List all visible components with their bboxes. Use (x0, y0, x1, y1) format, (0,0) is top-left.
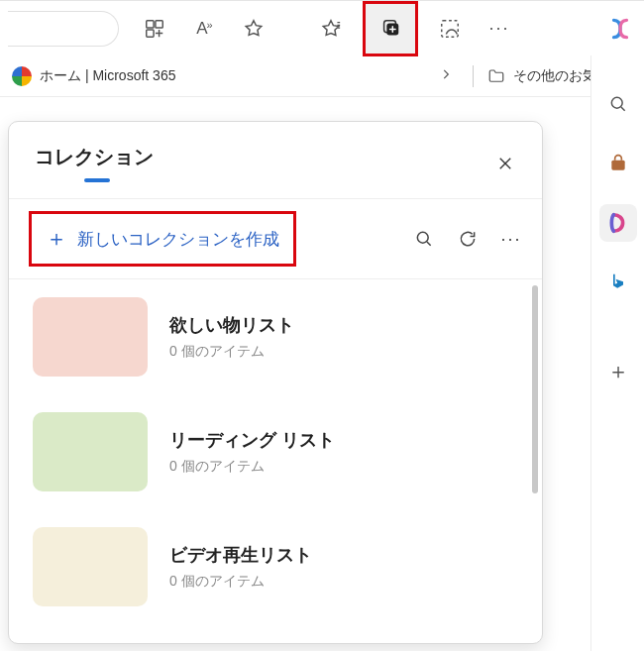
collections-panel: コレクション ＋ 新しいコレクションを作成 ··· 欲しい物リスト 0 個のアイ… (8, 121, 543, 644)
divider (473, 65, 474, 87)
svg-rect-1 (156, 20, 162, 27)
extensions-icon[interactable] (137, 11, 172, 47)
collection-count: 0 個のアイテム (169, 343, 294, 361)
collection-thumbnail (33, 297, 148, 377)
collection-item[interactable]: 欲しい物リスト 0 個のアイテム (9, 279, 542, 394)
sidebar-bing-icon[interactable] (599, 264, 637, 301)
favorites-list-icon[interactable] (313, 11, 349, 47)
refresh-icon[interactable] (457, 228, 479, 250)
search-icon[interactable] (413, 228, 435, 250)
sidebar-shopping-icon[interactable] (599, 145, 637, 182)
bookmark-home-m365[interactable]: ホーム | Microsoft 365 (6, 62, 181, 90)
collections-icon[interactable] (373, 11, 408, 47)
browser-toolbar: A» ··· (0, 0, 644, 55)
copilot-icon[interactable] (602, 11, 638, 47)
svg-point-6 (611, 97, 622, 108)
bookmark-home-label: ホーム | Microsoft 365 (40, 67, 175, 85)
sidebar-m365-icon[interactable] (599, 204, 637, 242)
bookmarks-bar: ホーム | Microsoft 365 その他のお気に入り (0, 55, 644, 97)
collection-name: リーディング リスト (169, 428, 335, 452)
folder-icon (487, 67, 505, 85)
scrollbar-thumb[interactable] (532, 285, 538, 493)
svg-rect-2 (147, 29, 154, 36)
collection-name: 欲しい物リスト (169, 313, 294, 337)
panel-title: コレクション (35, 144, 154, 182)
read-aloud-icon[interactable]: A» (186, 11, 222, 47)
m365-icon (12, 66, 32, 86)
svg-rect-7 (611, 161, 624, 170)
edge-sidebar: ＋ (590, 55, 644, 651)
address-bar-end[interactable] (8, 11, 119, 47)
scrollbar[interactable] (532, 285, 538, 626)
more-icon[interactable]: ··· (482, 11, 517, 47)
collection-thumbnail (33, 412, 148, 491)
collections-button-highlight (363, 1, 418, 56)
new-collection-button[interactable]: ＋ 新しいコレクションを作成 (29, 211, 296, 267)
collection-name: ビデオ再生リスト (169, 543, 312, 567)
panel-toolbar: ＋ 新しいコレクションを作成 ··· (9, 199, 542, 278)
panel-header: コレクション (9, 122, 542, 192)
svg-point-8 (417, 232, 428, 243)
sidebar-add-icon[interactable]: ＋ (599, 353, 637, 390)
collection-item[interactable]: ビデオ再生リスト 0 個のアイテム (9, 509, 542, 624)
collection-count: 0 個のアイテム (169, 458, 335, 476)
panel-toolbar-right: ··· (413, 228, 522, 250)
favorites-star-icon[interactable] (236, 11, 271, 47)
collection-count: 0 個のアイテム (169, 573, 312, 591)
sidebar-search-icon[interactable] (599, 85, 637, 123)
web-capture-icon[interactable] (432, 11, 468, 47)
more-icon[interactable]: ··· (500, 228, 522, 250)
svg-rect-0 (147, 20, 154, 27)
toolbar-icon-group: A» ··· (137, 1, 517, 56)
collections-list: 欲しい物リスト 0 個のアイテム リーディング リスト 0 個のアイテム ビデオ… (9, 279, 542, 632)
new-collection-label: 新しいコレクションを作成 (77, 228, 279, 251)
bookmarks-overflow-chevron-icon[interactable] (439, 67, 453, 85)
close-icon[interactable] (490, 149, 520, 178)
svg-rect-5 (442, 20, 459, 37)
collection-thumbnail (33, 527, 148, 606)
collection-item[interactable]: リーディング リスト 0 個のアイテム (9, 394, 542, 509)
plus-icon: ＋ (46, 224, 67, 254)
